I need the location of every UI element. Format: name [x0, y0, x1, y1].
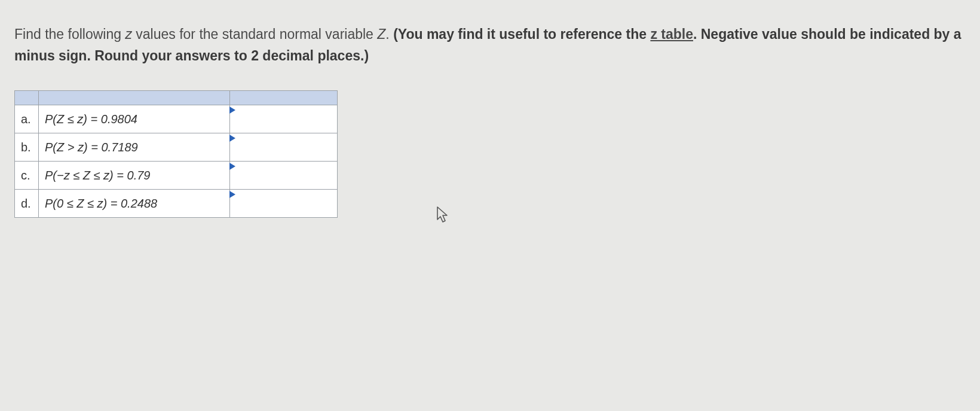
row-label: c. [15, 162, 39, 190]
cursor-icon [436, 206, 449, 226]
instr-text: Find the following [14, 26, 125, 42]
instr-var-z: z [125, 26, 132, 42]
row-label: b. [15, 133, 39, 162]
instr-text: values for the standard normal variable [132, 26, 377, 42]
table-row: c. P(−z ≤ Z ≤ z) = 0.79 [15, 162, 338, 190]
answer-input-d[interactable] [236, 193, 331, 214]
row-expression: P(0 ≤ Z ≤ z) = 0.2488 [39, 190, 230, 218]
header-blank-expr [39, 91, 230, 105]
table-row: a. P(Z ≤ z) = 0.9804 [15, 105, 338, 133]
table-row: b. P(Z > z) = 0.7189 [15, 133, 338, 162]
row-label: a. [15, 105, 39, 133]
row-label: d. [15, 190, 39, 218]
row-expression: P(Z ≤ z) = 0.9804 [39, 105, 230, 133]
input-marker-icon [229, 163, 235, 170]
answer-input-c[interactable] [236, 165, 331, 185]
answer-input-b[interactable] [236, 137, 331, 157]
answer-table: a. P(Z ≤ z) = 0.9804 b. P(Z > z) = 0.718… [14, 90, 338, 218]
table-header-row [15, 91, 338, 105]
instr-var-Z: Z [377, 26, 385, 42]
input-marker-icon [229, 135, 235, 142]
row-expression: P(Z > z) = 0.7189 [39, 133, 230, 162]
instr-text: . [385, 26, 393, 42]
z-table-link[interactable]: z table [650, 26, 693, 42]
row-expression: P(−z ≤ Z ≤ z) = 0.79 [39, 162, 230, 190]
table-row: d. P(0 ≤ Z ≤ z) = 0.2488 [15, 190, 338, 218]
question-instructions: Find the following z values for the stan… [14, 24, 966, 66]
header-blank-label [15, 91, 39, 105]
input-marker-icon [229, 106, 235, 114]
input-marker-icon [229, 191, 235, 198]
header-blank-input [230, 91, 338, 105]
answer-input-a[interactable] [236, 109, 331, 129]
